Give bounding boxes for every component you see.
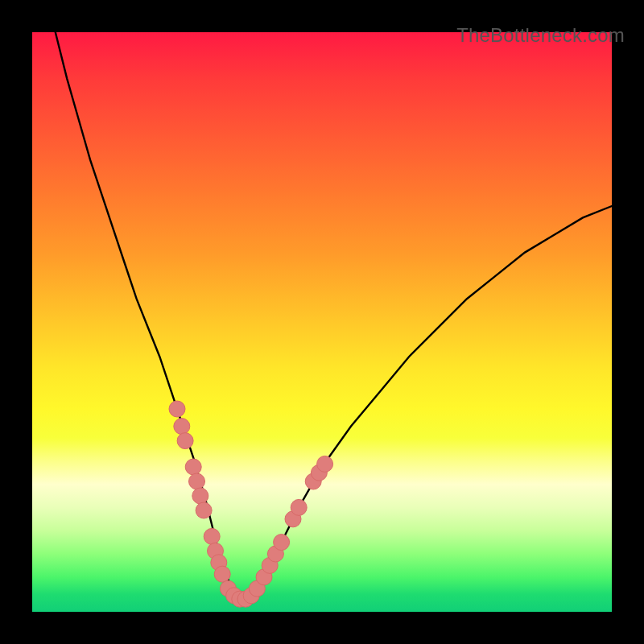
marker-left-cluster-4 — [185, 459, 201, 475]
chart-frame: TheBottleneck.com — [0, 0, 644, 644]
marker-left-cluster-2 — [174, 419, 190, 435]
bottleneck-curve — [56, 32, 612, 601]
marker-right-cluster-4 — [274, 535, 290, 551]
marker-left-cluster-5 — [189, 473, 205, 489]
marker-left-cluster-1 — [169, 401, 185, 417]
marker-right-cluster-6 — [291, 499, 307, 515]
marker-left-cluster-11 — [214, 566, 230, 582]
marker-left-cluster-3 — [177, 433, 193, 449]
marker-left-cluster-6 — [192, 488, 208, 504]
marker-left-cluster-7 — [196, 502, 212, 518]
watermark-text: TheBottleneck.com — [456, 24, 625, 47]
marker-left-cluster-8 — [204, 528, 220, 544]
marker-group — [169, 401, 333, 607]
marker-right-cluster-9 — [317, 456, 333, 472]
chart-overlay-svg — [32, 32, 612, 612]
